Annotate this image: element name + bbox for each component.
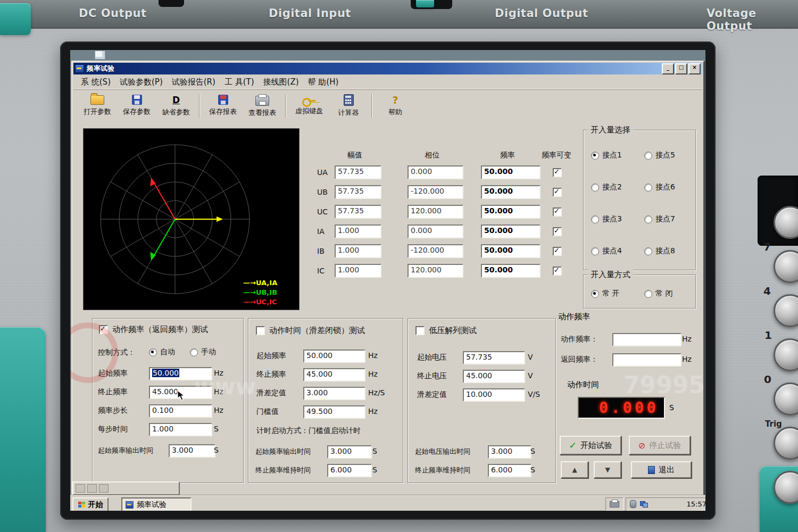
tool-label: 查看报表 (248, 108, 276, 118)
threshold-input[interactable]: 49.500 (303, 405, 365, 419)
step-time-input[interactable]: 1.000 (149, 423, 212, 436)
amplitude-field[interactable]: 57.735 (335, 165, 381, 179)
frequency-field[interactable]: 50.000 (481, 165, 541, 179)
knob-4[interactable] (774, 294, 798, 327)
freq-variable-checkbox[interactable] (553, 168, 562, 177)
maximize-button[interactable]: □ (675, 63, 687, 74)
phase-field[interactable]: 0.000 (408, 225, 463, 238)
radio-contact-4[interactable]: 接点4 (591, 246, 622, 256)
start-output-time-input[interactable]: 3.000 (488, 445, 531, 459)
menu-help[interactable]: 帮 助(H) (305, 76, 345, 88)
menu-system[interactable]: 系 统(S) (78, 76, 117, 88)
freq-variable-checkbox[interactable] (553, 247, 562, 256)
knob-7[interactable] (774, 250, 798, 283)
calculator-icon (344, 94, 354, 106)
close-button[interactable]: × (688, 63, 701, 74)
virtual-keyboard-button[interactable]: 虚拟键盘 (289, 92, 329, 120)
freq-variable-checkbox[interactable] (553, 188, 562, 197)
radio-contact-6[interactable]: 接点6 (644, 182, 675, 192)
title-bar[interactable]: 频率试验 _ □ × (73, 63, 702, 74)
start-output-time-input[interactable]: 3.000 (327, 445, 372, 459)
radio-contact-1[interactable]: 接点1 (591, 151, 622, 160)
end-frequency-input[interactable]: 45.000 (303, 368, 365, 381)
start-test-button[interactable]: ✓开始试验 (560, 436, 621, 455)
phase-field[interactable]: 120.000 (408, 205, 463, 219)
start-button[interactable]: 开始 (72, 497, 109, 511)
ime-bar[interactable] (72, 481, 180, 495)
save-params-button[interactable]: 保存参数 (117, 92, 156, 120)
freq-variable-checkbox[interactable] (553, 267, 562, 276)
start-voltage-input[interactable]: 57.735 (463, 351, 525, 364)
start-frequency-input[interactable]: 50.000 (149, 367, 212, 380)
radio-contact-3[interactable]: 接点3 (591, 214, 622, 224)
stop-test-button[interactable]: ⊘停止试验 (629, 436, 691, 455)
task-button-frequency-test[interactable]: 频率试验 (121, 497, 192, 511)
help-button[interactable]: ? 帮助 (376, 92, 415, 120)
radio-auto[interactable]: 自动 (149, 347, 175, 357)
minimize-button[interactable]: _ (662, 63, 674, 74)
field-row: 频率步长 0.100 Hz (93, 404, 243, 417)
amplitude-field[interactable]: 1.000 (335, 264, 381, 278)
low-voltage-test-checkbox[interactable]: 低压解列测试 (415, 326, 477, 336)
phase-field[interactable]: 120.000 (408, 264, 463, 278)
up-button[interactable]: ▲ (561, 461, 588, 478)
desktop-icon[interactable] (95, 51, 105, 60)
toolbar-separator (371, 94, 372, 118)
menu-test-params[interactable]: 试验参数(P) (117, 76, 169, 88)
slip-setting-input[interactable]: 10.000 (463, 388, 525, 402)
action-time-label: 动作时间 (567, 380, 599, 390)
end-voltage-input[interactable]: 45.000 (463, 370, 525, 383)
save-report-button[interactable]: 保存报表 (203, 92, 243, 120)
action-frequency-test-checkbox[interactable]: 动作频率（返回频率）测试 (99, 325, 208, 335)
radio-contact-7[interactable]: 接点7 (644, 214, 675, 224)
amplitude-field[interactable]: 57.735 (335, 205, 381, 219)
phase-field[interactable]: -120.000 (408, 244, 463, 258)
amplitude-field[interactable]: 57.735 (335, 185, 381, 199)
view-report-button[interactable]: 查看报表 (243, 92, 282, 120)
slip-setting-input[interactable]: 3.000 (303, 387, 365, 400)
input-device-icon[interactable] (630, 500, 636, 508)
field-row: 滑差定值 10.000 V/S (408, 388, 555, 401)
menu-test-report[interactable]: 试验报告(R) (169, 76, 221, 88)
menu-tools[interactable]: 工 具(T) (221, 76, 260, 88)
channel-name: UA (317, 168, 328, 177)
frequency-field[interactable]: 50.000 (481, 244, 541, 258)
freq-variable-checkbox[interactable] (553, 227, 562, 236)
exit-button[interactable]: 退出 (631, 461, 692, 478)
radio-manual[interactable]: 手动 (190, 347, 216, 357)
calculator-button[interactable]: 计算器 (329, 92, 368, 120)
default-params-button[interactable]: D 缺省参数 (156, 92, 196, 120)
frequency-step-input[interactable]: 0.100 (149, 404, 212, 418)
frequency-field[interactable]: 50.000 (481, 264, 541, 278)
radio-contact-2[interactable]: 接点2 (591, 182, 622, 192)
menu-wiring[interactable]: 接线图(Z) (260, 76, 305, 88)
phase-field[interactable]: 0.000 (408, 165, 463, 179)
knob-0[interactable] (774, 383, 798, 415)
end-hold-time-input[interactable]: 6.000 (327, 464, 372, 477)
field-unit: S (530, 447, 535, 455)
start-frequency-input[interactable]: 50.000 (303, 350, 365, 363)
frequency-field[interactable]: 50.000 (481, 205, 541, 219)
end-hold-time-input[interactable]: 6.000 (488, 464, 531, 477)
freq-variable-checkbox[interactable] (553, 207, 562, 217)
screen-desktop: 频率试验 _ □ × 系 统(S) 试验参数(P) 试验报告(R) 工 具(T)… (70, 50, 705, 511)
down-button[interactable]: ▼ (594, 461, 621, 478)
field-unit: Hz (214, 387, 223, 396)
radio-contact-8[interactable]: 接点8 (644, 246, 675, 256)
radio-contact-5[interactable]: 接点5 (644, 151, 675, 160)
knob-1[interactable] (774, 338, 798, 371)
open-params-button[interactable]: 打开参数 (78, 92, 117, 120)
amplitude-field[interactable]: 1.000 (335, 244, 381, 258)
radio-normally-closed[interactable]: 常 闭 (644, 289, 672, 298)
start-output-time-input[interactable]: 3.000 (169, 444, 215, 458)
network-icon[interactable] (640, 501, 647, 507)
legend-ub-ib: —→UB,IB (243, 288, 277, 296)
frequency-field[interactable]: 50.000 (481, 185, 541, 199)
phase-field[interactable]: -120.000 (408, 185, 463, 199)
frequency-field[interactable]: 50.000 (481, 225, 541, 238)
radio-normally-open[interactable]: 常 开 (591, 289, 619, 298)
printer-tray-button[interactable] (605, 497, 624, 511)
action-time-test-checkbox[interactable]: 动作时间（滑差闭锁）测试 (256, 326, 365, 336)
amplitude-field[interactable]: 1.000 (335, 225, 381, 238)
knob-trig[interactable] (774, 427, 798, 460)
